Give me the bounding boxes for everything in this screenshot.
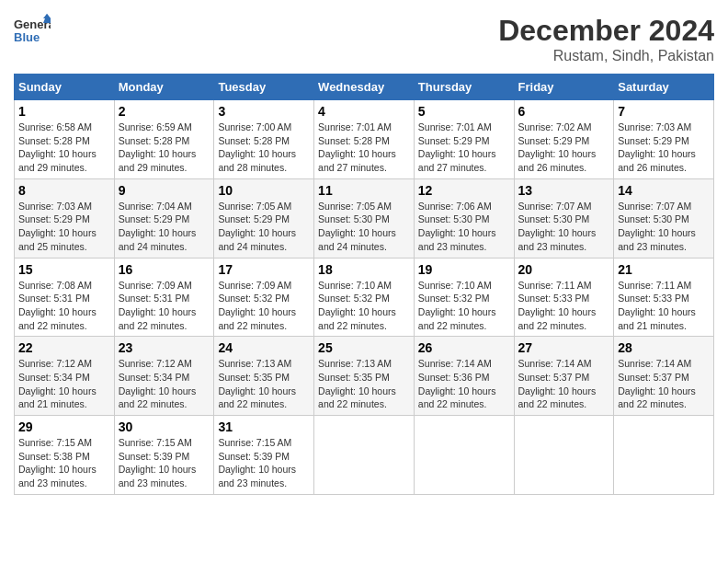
calendar-cell: [514, 416, 614, 495]
calendar-cell: 25 Sunrise: 7:13 AMSunset: 5:35 PMDaylig…: [314, 337, 415, 416]
calendar-week-row: 22 Sunrise: 7:12 AMSunset: 5:34 PMDaylig…: [15, 337, 714, 416]
weekday-header: Tuesday: [214, 75, 314, 100]
day-number: 13: [518, 183, 610, 198]
day-number: 30: [119, 419, 210, 434]
logo: General Blue: [14, 14, 54, 46]
calendar-cell: 17 Sunrise: 7:09 AMSunset: 5:32 PMDaylig…: [214, 258, 314, 337]
day-info: Sunrise: 7:01 AMSunset: 5:28 PMDaylight:…: [318, 121, 396, 173]
day-number: 3: [218, 104, 310, 119]
calendar-cell: 3 Sunrise: 7:00 AMSunset: 5:28 PMDayligh…: [214, 100, 314, 179]
day-info: Sunrise: 7:07 AMSunset: 5:30 PMDaylight:…: [618, 201, 696, 252]
calendar-cell: [414, 416, 514, 495]
day-number: 15: [18, 262, 110, 277]
day-info: Sunrise: 7:04 AMSunset: 5:29 PMDaylight:…: [119, 201, 197, 252]
month-title: December 2024: [498, 14, 714, 48]
calendar-cell: 4 Sunrise: 7:01 AMSunset: 5:28 PMDayligh…: [314, 100, 415, 179]
day-info: Sunrise: 7:11 AMSunset: 5:33 PMDaylight:…: [518, 280, 597, 331]
calendar-cell: 30 Sunrise: 7:15 AMSunset: 5:39 PMDaylig…: [114, 416, 214, 495]
day-info: Sunrise: 7:14 AMSunset: 5:37 PMDaylight:…: [618, 358, 696, 409]
day-info: Sunrise: 7:15 AMSunset: 5:39 PMDaylight:…: [119, 437, 197, 488]
day-info: Sunrise: 7:09 AMSunset: 5:31 PMDaylight:…: [119, 280, 197, 331]
calendar-week-row: 29 Sunrise: 7:15 AMSunset: 5:38 PMDaylig…: [15, 416, 714, 495]
day-number: 19: [418, 262, 510, 277]
calendar-cell: 10 Sunrise: 7:05 AMSunset: 5:29 PMDaylig…: [214, 178, 314, 258]
day-info: Sunrise: 7:14 AMSunset: 5:37 PMDaylight:…: [518, 358, 597, 409]
day-info: Sunrise: 7:14 AMSunset: 5:36 PMDaylight:…: [418, 358, 496, 409]
day-info: Sunrise: 7:15 AMSunset: 5:38 PMDaylight:…: [18, 437, 97, 488]
day-number: 14: [618, 183, 710, 198]
weekday-header: Friday: [514, 75, 614, 100]
calendar-cell: 13 Sunrise: 7:07 AMSunset: 5:30 PMDaylig…: [514, 178, 614, 258]
weekday-header: Thursday: [414, 75, 514, 100]
day-number: 18: [318, 262, 410, 277]
day-info: Sunrise: 7:05 AMSunset: 5:30 PMDaylight:…: [318, 201, 396, 252]
day-number: 2: [119, 104, 210, 119]
day-number: 9: [119, 183, 210, 198]
calendar-week-row: 8 Sunrise: 7:03 AMSunset: 5:29 PMDayligh…: [15, 178, 714, 258]
calendar-cell: 21 Sunrise: 7:11 AMSunset: 5:33 PMDaylig…: [614, 258, 714, 337]
day-info: Sunrise: 7:12 AMSunset: 5:34 PMDaylight:…: [119, 358, 197, 409]
calendar-cell: 16 Sunrise: 7:09 AMSunset: 5:31 PMDaylig…: [114, 258, 214, 337]
day-info: Sunrise: 6:58 AMSunset: 5:28 PMDaylight:…: [18, 121, 97, 173]
calendar-cell: 20 Sunrise: 7:11 AMSunset: 5:33 PMDaylig…: [514, 258, 614, 337]
day-number: 1: [18, 104, 110, 119]
calendar-cell: 1 Sunrise: 6:58 AMSunset: 5:28 PMDayligh…: [15, 100, 115, 179]
day-info: Sunrise: 7:00 AMSunset: 5:28 PMDaylight:…: [218, 121, 296, 173]
day-info: Sunrise: 7:13 AMSunset: 5:35 PMDaylight:…: [318, 358, 396, 409]
day-number: 10: [218, 183, 310, 198]
day-info: Sunrise: 7:10 AMSunset: 5:32 PMDaylight:…: [318, 280, 396, 331]
day-number: 12: [418, 183, 510, 198]
day-number: 29: [18, 419, 110, 434]
calendar-cell: 6 Sunrise: 7:02 AMSunset: 5:29 PMDayligh…: [514, 100, 614, 179]
day-info: Sunrise: 7:09 AMSunset: 5:32 PMDaylight:…: [218, 280, 296, 331]
calendar-week-row: 15 Sunrise: 7:08 AMSunset: 5:31 PMDaylig…: [15, 258, 714, 337]
calendar-week-row: 1 Sunrise: 6:58 AMSunset: 5:28 PMDayligh…: [15, 100, 714, 179]
calendar-cell: 12 Sunrise: 7:06 AMSunset: 5:30 PMDaylig…: [414, 178, 514, 258]
calendar-cell: 2 Sunrise: 6:59 AMSunset: 5:28 PMDayligh…: [114, 100, 214, 179]
day-info: Sunrise: 7:10 AMSunset: 5:32 PMDaylight:…: [418, 280, 496, 331]
day-number: 21: [618, 262, 710, 277]
calendar-cell: 11 Sunrise: 7:05 AMSunset: 5:30 PMDaylig…: [314, 178, 415, 258]
calendar-cell: 28 Sunrise: 7:14 AMSunset: 5:37 PMDaylig…: [614, 337, 714, 416]
day-number: 25: [318, 340, 410, 355]
day-number: 16: [119, 262, 210, 277]
calendar-cell: 29 Sunrise: 7:15 AMSunset: 5:38 PMDaylig…: [15, 416, 115, 495]
day-number: 7: [618, 104, 710, 119]
day-info: Sunrise: 7:05 AMSunset: 5:29 PMDaylight:…: [218, 201, 296, 252]
calendar-cell: [614, 416, 714, 495]
day-number: 26: [418, 340, 510, 355]
calendar-cell: 7 Sunrise: 7:03 AMSunset: 5:29 PMDayligh…: [614, 100, 714, 179]
calendar-cell: 23 Sunrise: 7:12 AMSunset: 5:34 PMDaylig…: [114, 337, 214, 416]
calendar-cell: 27 Sunrise: 7:14 AMSunset: 5:37 PMDaylig…: [514, 337, 614, 416]
day-number: 5: [418, 104, 510, 119]
day-number: 20: [518, 262, 610, 277]
calendar-cell: 22 Sunrise: 7:12 AMSunset: 5:34 PMDaylig…: [15, 337, 115, 416]
day-number: 11: [318, 183, 410, 198]
day-number: 8: [18, 183, 110, 198]
day-number: 31: [218, 419, 310, 434]
day-info: Sunrise: 7:07 AMSunset: 5:30 PMDaylight:…: [518, 201, 597, 252]
day-number: 22: [18, 340, 110, 355]
calendar-cell: 15 Sunrise: 7:08 AMSunset: 5:31 PMDaylig…: [15, 258, 115, 337]
calendar-cell: 14 Sunrise: 7:07 AMSunset: 5:30 PMDaylig…: [614, 178, 714, 258]
day-info: Sunrise: 7:13 AMSunset: 5:35 PMDaylight:…: [218, 358, 296, 409]
calendar-cell: [314, 416, 415, 495]
day-number: 24: [218, 340, 310, 355]
calendar-cell: 19 Sunrise: 7:10 AMSunset: 5:32 PMDaylig…: [414, 258, 514, 337]
day-info: Sunrise: 7:15 AMSunset: 5:39 PMDaylight:…: [218, 437, 296, 488]
calendar-cell: 18 Sunrise: 7:10 AMSunset: 5:32 PMDaylig…: [314, 258, 415, 337]
day-info: Sunrise: 7:12 AMSunset: 5:34 PMDaylight:…: [18, 358, 97, 409]
calendar-cell: 26 Sunrise: 7:14 AMSunset: 5:36 PMDaylig…: [414, 337, 514, 416]
day-number: 4: [318, 104, 410, 119]
calendar-cell: 8 Sunrise: 7:03 AMSunset: 5:29 PMDayligh…: [15, 178, 115, 258]
day-info: Sunrise: 7:03 AMSunset: 5:29 PMDaylight:…: [618, 121, 696, 173]
title-block: December 2024 Rustam, Sindh, Pakistan: [498, 14, 714, 64]
day-info: Sunrise: 7:06 AMSunset: 5:30 PMDaylight:…: [418, 201, 496, 252]
calendar-cell: 31 Sunrise: 7:15 AMSunset: 5:39 PMDaylig…: [214, 416, 314, 495]
day-number: 28: [618, 340, 710, 355]
day-info: Sunrise: 7:01 AMSunset: 5:29 PMDaylight:…: [418, 121, 496, 173]
day-number: 27: [518, 340, 610, 355]
day-info: Sunrise: 7:03 AMSunset: 5:29 PMDaylight:…: [18, 201, 97, 252]
weekday-header: Saturday: [614, 75, 714, 100]
location: Rustam, Sindh, Pakistan: [498, 48, 714, 64]
